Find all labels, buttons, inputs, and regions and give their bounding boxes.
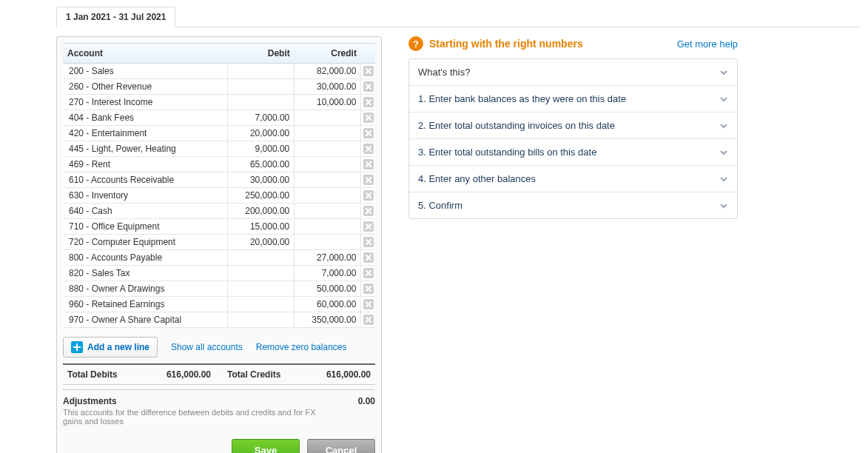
credit-cell[interactable]: 60,000.00 (295, 297, 361, 312)
credit-cell[interactable]: 30,000.00 (295, 79, 361, 95)
delete-row-button[interactable] (363, 206, 374, 216)
credit-cell[interactable]: 7,000.00 (295, 266, 361, 281)
table-row: 640 - Cash200,000.00 (63, 204, 375, 219)
help-item-label: 4. Enter any other balances (418, 173, 536, 184)
help-accordion-item[interactable]: What's this? (409, 59, 737, 85)
debit-cell[interactable]: 7,000.00 (228, 110, 295, 126)
show-all-accounts-link[interactable]: Show all accounts (171, 342, 243, 352)
account-cell[interactable]: 960 - Retained Earnings (63, 297, 228, 312)
debit-cell[interactable]: 65,000.00 (228, 157, 295, 172)
debit-cell[interactable]: 20,000.00 (228, 235, 295, 250)
credit-cell[interactable] (295, 235, 361, 250)
total-credits-value: 616,000.00 (326, 369, 371, 380)
debit-cell[interactable]: 250,000.00 (228, 188, 295, 204)
credit-cell[interactable] (295, 219, 361, 235)
account-cell[interactable]: 404 - Bank Fees (63, 110, 228, 126)
adjustments-section: Adjustments 0.00 This accounts for the d… (63, 389, 375, 426)
table-row: 445 - Light, Power, Heating9,000.00 (63, 141, 375, 157)
credit-cell[interactable] (295, 141, 361, 157)
delete-row-button[interactable] (363, 144, 374, 154)
debit-cell[interactable] (228, 79, 295, 95)
help-accordion-item[interactable]: 4. Enter any other balances (409, 165, 737, 192)
delete-row-button[interactable] (363, 81, 374, 92)
credit-cell[interactable]: 82,000.00 (295, 64, 361, 79)
delete-row-button[interactable] (363, 221, 374, 232)
account-cell[interactable]: 200 - Sales (63, 64, 228, 79)
credit-cell[interactable]: 27,000.00 (295, 250, 361, 266)
help-accordion-item[interactable]: 5. Confirm (409, 192, 737, 218)
delete-row-button[interactable] (363, 159, 374, 170)
debit-cell[interactable] (228, 64, 295, 79)
credit-cell[interactable]: 10,000.00 (295, 95, 361, 110)
table-row: 469 - Rent65,000.00 (63, 157, 375, 172)
credit-cell[interactable] (295, 110, 361, 126)
debit-cell[interactable]: 9,000.00 (228, 141, 295, 157)
delete-row-button[interactable] (363, 175, 374, 185)
account-cell[interactable]: 640 - Cash (63, 204, 228, 219)
delete-row-button[interactable] (363, 283, 374, 294)
debit-cell[interactable] (228, 312, 295, 328)
debit-cell[interactable]: 30,000.00 (228, 172, 295, 188)
table-row: 720 - Computer Equipment20,000.00 (63, 235, 375, 250)
debit-cell[interactable] (228, 266, 295, 281)
account-cell[interactable]: 469 - Rent (63, 157, 228, 172)
credit-cell[interactable] (295, 157, 361, 172)
add-line-label: Add a new line (87, 342, 149, 352)
chevron-down-icon (719, 201, 728, 210)
account-cell[interactable]: 630 - Inventory (63, 188, 228, 204)
debit-cell[interactable] (228, 95, 295, 110)
account-cell[interactable]: 820 - Sales Tax (63, 266, 228, 281)
chevron-down-icon (719, 175, 728, 184)
credit-cell[interactable] (295, 126, 361, 141)
delete-row-button[interactable] (363, 299, 374, 309)
account-cell[interactable]: 800 - Accounts Payable (63, 250, 228, 266)
add-line-button[interactable]: Add a new line (63, 337, 158, 358)
save-button[interactable]: Save (232, 439, 300, 453)
cancel-button[interactable]: Cancel (307, 439, 375, 453)
account-cell[interactable]: 260 - Other Revenue (63, 79, 228, 95)
date-range-label: 1 Jan 2021 - 31 Jul 2021 (66, 12, 166, 22)
account-cell[interactable]: 270 - Interest Income (63, 95, 228, 110)
debit-cell[interactable] (228, 297, 295, 312)
account-cell[interactable]: 720 - Computer Equipment (63, 235, 228, 250)
credit-cell[interactable]: 50,000.00 (295, 281, 361, 297)
date-range-tab[interactable]: 1 Jan 2021 - 31 Jul 2021 (56, 7, 175, 27)
account-cell[interactable]: 610 - Accounts Receivable (63, 172, 228, 188)
table-row: 710 - Office Equipment15,000.00 (63, 219, 375, 235)
delete-row-button[interactable] (363, 237, 374, 247)
delete-row-button[interactable] (363, 268, 374, 278)
remove-zero-balances-link[interactable]: Remove zero balances (256, 342, 347, 352)
delete-row-button[interactable] (363, 252, 374, 263)
get-more-help-link[interactable]: Get more help (677, 38, 738, 50)
account-cell[interactable]: 710 - Office Equipment (63, 219, 228, 235)
credit-cell[interactable] (295, 172, 361, 188)
help-accordion-item[interactable]: 1. Enter bank balances as they were on t… (409, 85, 737, 112)
account-cell[interactable]: 445 - Light, Power, Heating (63, 141, 228, 157)
delete-row-button[interactable] (363, 128, 374, 138)
help-item-label: 2. Enter total outstanding invoices on t… (418, 120, 615, 131)
help-accordion-item[interactable]: 2. Enter total outstanding invoices on t… (409, 112, 737, 138)
table-row: 420 - Entertainment20,000.00 (63, 126, 375, 141)
total-debits-label: Total Debits (67, 369, 118, 380)
account-cell[interactable]: 880 - Owner A Drawings (63, 281, 228, 297)
help-accordion: What's this?1. Enter bank balances as th… (408, 58, 738, 219)
debit-cell[interactable] (228, 250, 295, 266)
help-item-label: 1. Enter bank balances as they were on t… (418, 93, 626, 104)
debit-cell[interactable]: 20,000.00 (228, 126, 295, 141)
delete-row-button[interactable] (363, 315, 374, 325)
account-cell[interactable]: 420 - Entertainment (63, 126, 228, 141)
account-cell[interactable]: 970 - Owner A Share Capital (63, 312, 228, 328)
delete-row-button[interactable] (363, 97, 374, 107)
delete-row-button[interactable] (363, 190, 374, 201)
debit-cell[interactable]: 200,000.00 (228, 204, 295, 219)
credit-cell[interactable] (295, 188, 361, 204)
credit-cell[interactable]: 350,000.00 (295, 312, 361, 328)
help-accordion-item[interactable]: 3. Enter total outstanding bills on this… (409, 138, 737, 165)
debit-cell[interactable] (228, 281, 295, 297)
chevron-down-icon (719, 95, 728, 104)
col-credit: Credit (295, 44, 361, 64)
delete-row-button[interactable] (363, 113, 374, 123)
credit-cell[interactable] (295, 204, 361, 219)
delete-row-button[interactable] (363, 66, 374, 76)
debit-cell[interactable]: 15,000.00 (228, 219, 295, 235)
